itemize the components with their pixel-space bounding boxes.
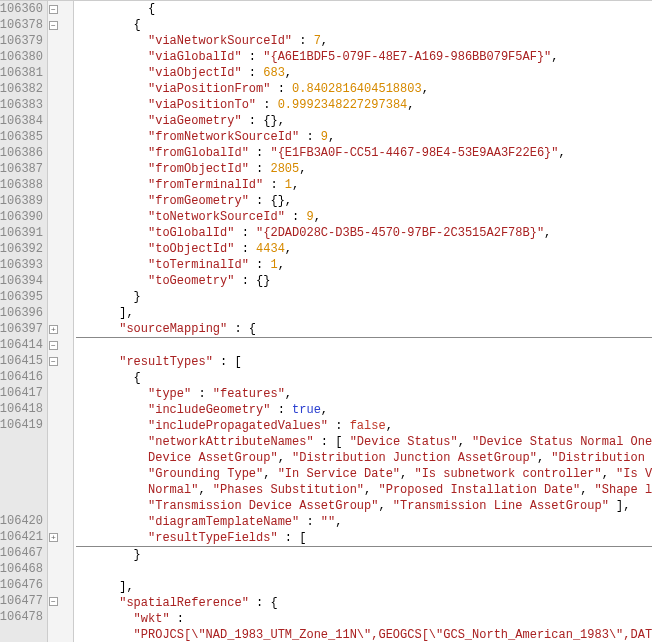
fold-gutter-row xyxy=(48,273,73,289)
line-number xyxy=(0,625,43,641)
code-line[interactable]: { xyxy=(76,370,652,386)
line-number: 106397 xyxy=(0,321,43,337)
fold-gutter-row: − xyxy=(48,337,73,353)
fold-gutter-row xyxy=(48,177,73,193)
code-line[interactable]: "diagramTemplateName" : "", xyxy=(76,514,652,530)
line-number: 106388 xyxy=(0,177,43,193)
line-number: 106468 xyxy=(0,561,43,577)
fold-gutter-row xyxy=(48,513,73,529)
fold-gutter-row xyxy=(48,65,73,81)
code-line[interactable]: "viaNetworkSourceId" : 7, xyxy=(76,33,652,49)
fold-gutter-row xyxy=(48,97,73,113)
code-line[interactable]: ], xyxy=(76,579,652,595)
fold-gutter-row xyxy=(48,289,73,305)
fold-gutter-row xyxy=(48,241,73,257)
line-number: 106389 xyxy=(0,193,43,209)
code-area[interactable]: { { "viaNetworkSourceId" : 7, "viaGlobal… xyxy=(74,1,652,642)
line-number: 106394 xyxy=(0,273,43,289)
line-number: 106390 xyxy=(0,209,43,225)
code-line[interactable]: "sourceMapping" : { xyxy=(76,321,652,337)
code-line[interactable] xyxy=(76,563,652,579)
code-line[interactable]: { xyxy=(76,17,652,33)
fold-gutter-row xyxy=(48,145,73,161)
code-line[interactable]: Normal", "Phases Substitution", "Propose… xyxy=(76,482,652,498)
fold-gutter-row xyxy=(48,113,73,129)
code-line[interactable]: "fromNetworkSourceId" : 9, xyxy=(76,129,652,145)
fold-gutter-row xyxy=(48,497,73,513)
line-number: 106395 xyxy=(0,289,43,305)
code-line[interactable]: "Grounding Type", "In Service Date", "Is… xyxy=(76,466,652,482)
code-line[interactable]: "Transmission Device AssetGroup", "Trans… xyxy=(76,498,652,514)
line-number: 106387 xyxy=(0,161,43,177)
line-number: 106393 xyxy=(0,257,43,273)
fold-gutter-row xyxy=(48,209,73,225)
fold-gutter-row xyxy=(48,225,73,241)
code-line[interactable]: "viaObjectId" : 683, xyxy=(76,65,652,81)
line-number: 106476 xyxy=(0,577,43,593)
code-editor: 1063601063781063791063801063811063821063… xyxy=(0,0,652,642)
line-number: 106392 xyxy=(0,241,43,257)
code-line[interactable] xyxy=(76,338,652,354)
line-number: 106396 xyxy=(0,305,43,321)
line-number: 106384 xyxy=(0,113,43,129)
code-line[interactable]: "networkAttributeNames" : [ "Device Stat… xyxy=(76,434,652,450)
code-line[interactable]: "type" : "features", xyxy=(76,386,652,402)
fold-expand-icon[interactable]: + xyxy=(49,533,58,542)
fold-collapse-icon[interactable]: − xyxy=(49,341,58,350)
fold-gutter-row xyxy=(48,401,73,417)
code-line[interactable]: "viaGeometry" : {}, xyxy=(76,113,652,129)
code-line[interactable]: "toTerminalId" : 1, xyxy=(76,257,652,273)
code-line[interactable]: "viaPositionTo" : 0.9992348227297384, xyxy=(76,97,652,113)
line-number: 106478 xyxy=(0,609,43,625)
code-line[interactable]: "toGeometry" : {} xyxy=(76,273,652,289)
fold-expand-icon[interactable]: + xyxy=(49,325,58,334)
fold-gutter-row xyxy=(48,193,73,209)
code-line[interactable]: Device AssetGroup", "Distribution Juncti… xyxy=(76,450,652,466)
code-line[interactable]: "viaGlobalId" : "{A6E1BDF5-079F-48E7-A16… xyxy=(76,49,652,65)
fold-gutter-row xyxy=(48,433,73,449)
fold-collapse-icon[interactable]: − xyxy=(49,21,58,30)
code-line[interactable]: "toObjectId" : 4434, xyxy=(76,241,652,257)
code-line[interactable]: "fromObjectId" : 2805, xyxy=(76,161,652,177)
code-line[interactable]: } xyxy=(76,547,652,563)
code-line[interactable]: "viaPositionFrom" : 0.8402816404518803, xyxy=(76,81,652,97)
line-number: 106467 xyxy=(0,545,43,561)
fold-collapse-icon[interactable]: − xyxy=(49,357,58,366)
line-number: 106379 xyxy=(0,33,43,49)
fold-gutter-row xyxy=(48,257,73,273)
fold-gutter-row xyxy=(48,561,73,577)
code-line[interactable]: "fromGlobalId" : "{E1FB3A0F-CC51-4467-98… xyxy=(76,145,652,161)
fold-gutter-row xyxy=(48,481,73,497)
code-line[interactable]: "resultTypes" : [ xyxy=(76,354,652,370)
fold-gutter: −−+−−+− xyxy=(48,1,74,642)
line-number: 106386 xyxy=(0,145,43,161)
fold-gutter-row xyxy=(48,129,73,145)
fold-gutter-row xyxy=(48,465,73,481)
code-line[interactable]: "toGlobalId" : "{2DAD028C-D3B5-4570-97BF… xyxy=(76,225,652,241)
fold-gutter-row: + xyxy=(48,321,73,337)
code-line[interactable]: } xyxy=(76,289,652,305)
code-line[interactable]: ], xyxy=(76,305,652,321)
line-number: 106414 xyxy=(0,337,43,353)
code-line[interactable]: "spatialReference" : { xyxy=(76,595,652,611)
fold-collapse-icon[interactable]: − xyxy=(49,5,58,14)
line-number-gutter: 1063601063781063791063801063811063821063… xyxy=(0,1,48,642)
fold-gutter-row xyxy=(48,609,73,625)
code-line[interactable]: { xyxy=(76,1,652,17)
code-line[interactable]: "toNetworkSourceId" : 9, xyxy=(76,209,652,225)
fold-gutter-row xyxy=(48,625,73,641)
fold-gutter-row xyxy=(48,305,73,321)
fold-collapse-icon[interactable]: − xyxy=(49,597,58,606)
code-line[interactable]: "includePropagatedValues" : false, xyxy=(76,418,652,434)
code-line[interactable]: "wkt" : xyxy=(76,611,652,627)
fold-gutter-row xyxy=(48,385,73,401)
code-line[interactable]: "resultTypeFields" : [ xyxy=(76,530,652,546)
line-number xyxy=(0,497,43,513)
fold-gutter-row xyxy=(48,417,73,433)
code-line[interactable]: "PROJCS[\"NAD_1983_UTM_Zone_11N\",GEOGCS… xyxy=(76,627,652,642)
code-line[interactable]: "fromGeometry" : {}, xyxy=(76,193,652,209)
code-line[interactable]: "fromTerminalId" : 1, xyxy=(76,177,652,193)
code-line[interactable]: "includeGeometry" : true, xyxy=(76,402,652,418)
line-number: 106391 xyxy=(0,225,43,241)
line-number: 106385 xyxy=(0,129,43,145)
